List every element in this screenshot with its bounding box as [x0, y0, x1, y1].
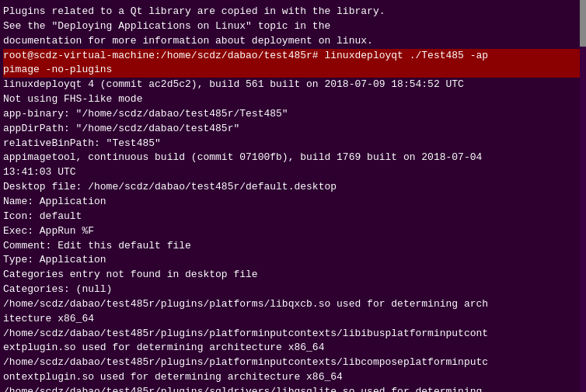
terminal-line: /home/scdz/dabao/test485r/plugins/platfo… — [3, 327, 583, 356]
terminal-window: Plugins related to a Qt library are copi… — [0, 0, 586, 392]
terminal-line: root@scdz-virtual-machine:/home/scdz/dab… — [3, 49, 583, 78]
terminal-line: /home/scdz/dabao/test485r/plugins/platfo… — [3, 297, 583, 327]
terminal-line: appDirPath: "/home/scdz/dabao/test485r" — [3, 122, 583, 137]
terminal-line: /home/scdz/dabao/test485r/plugins/platfo… — [3, 356, 583, 385]
terminal-line: Categories entry not found in desktop fi… — [3, 268, 583, 283]
terminal-line: Icon: default — [3, 210, 583, 224]
terminal-line: Desktop file: /home/scdz/dabao/test485r/… — [3, 180, 583, 195]
terminal-line: Type: Application — [3, 253, 583, 268]
terminal-line: Not using FHS-like mode — [3, 92, 583, 107]
terminal-line: Plugins related to a Qt library are copi… — [3, 5, 583, 19]
scrollbar[interactable] — [580, 0, 586, 392]
terminal-line: documentation for more information about… — [3, 34, 583, 49]
terminal-line: Comment: Edit this default file — [3, 239, 583, 254]
terminal-line: relativeBinPath: "Test485" — [3, 137, 583, 151]
terminal-line: Exec: AppRun %F — [3, 224, 583, 239]
terminal-content: Plugins related to a Qt library are copi… — [3, 5, 583, 392]
terminal-line: Name: Application — [3, 195, 583, 210]
terminal-line: See the "Deploying Applications on Linux… — [3, 19, 583, 34]
terminal-line: linuxdeployqt 4 (commit ac2d5c2), build … — [3, 78, 583, 92]
terminal-line: appimagetool, continuous build (commit 0… — [3, 151, 583, 180]
terminal-line: /home/scdz/dabao/test485r/plugins/sqldri… — [3, 385, 583, 392]
terminal-line: Categories: (null) — [3, 283, 583, 297]
terminal-line: app-binary: "/home/scdz/dabao/test485r/T… — [3, 107, 583, 122]
scrollbar-thumb[interactable] — [580, 0, 586, 47]
